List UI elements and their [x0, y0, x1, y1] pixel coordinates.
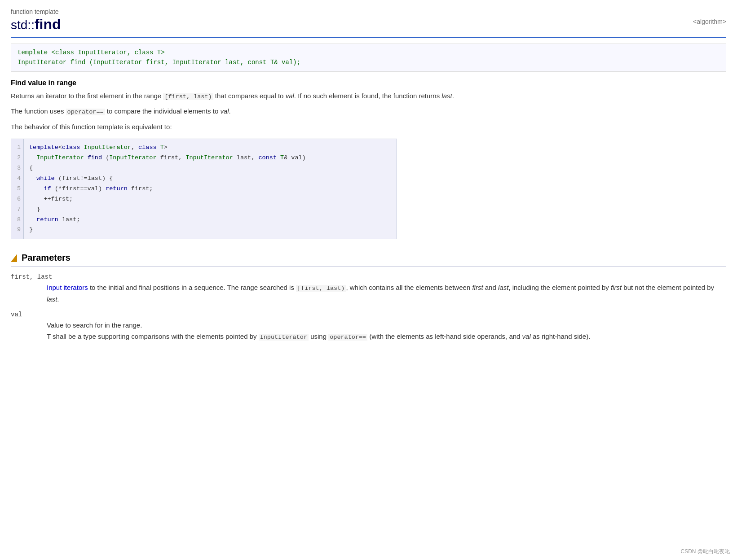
find-section-title: Find value in range [11, 79, 726, 87]
title-prefix: std:: [11, 18, 35, 32]
section-triangle-icon [11, 254, 17, 262]
code-content: template<class InputIterator, class T> I… [24, 139, 311, 239]
line-numbers: 1 2 3 4 5 6 7 8 9 [11, 139, 24, 239]
desc-para2: The function uses operator== to compare … [11, 106, 726, 117]
code-block: 1 2 3 4 5 6 7 8 9 template<class InputIt… [11, 139, 397, 239]
parameters-title: Parameters [22, 253, 71, 263]
desc-para1: Returns an iterator to the first element… [11, 91, 726, 102]
last-em: last [441, 92, 452, 100]
param-first-last: first, last Input iterators to the initi… [11, 273, 726, 305]
range-code: [first, last) [163, 93, 213, 100]
sig-line1: template <class InputIterator, class T> [18, 49, 165, 56]
param-name-val: val [11, 311, 726, 318]
input-iterator-code: InputIterator [259, 334, 309, 341]
param-desc-val: Value to search for in the range. T shal… [47, 320, 726, 342]
parameters-divider [11, 267, 726, 267]
title-block: function template std::find [11, 8, 61, 35]
param-name-first-last: first, last [11, 273, 726, 280]
function-type-label: function template [11, 8, 61, 15]
operator-code: operator== [66, 109, 105, 115]
param-desc-first-last: Input iterators to the initial and final… [47, 282, 726, 305]
header-divider [11, 37, 726, 38]
range-code2: [first, last) [296, 285, 346, 292]
page-header: function template std::find <algorithm> [11, 8, 726, 35]
val-desc-line1: Value to search for in the range. [47, 320, 726, 331]
parameters-section: Parameters first, last Input iterators t… [11, 253, 726, 342]
page-title: std::find [11, 16, 61, 33]
operator-eq-code: operator== [328, 334, 367, 341]
description-block: Returns an iterator to the first element… [11, 91, 726, 132]
desc-para3: The behavior of this function template i… [11, 122, 726, 132]
sig-line2: InputIterator find (InputIterator first,… [18, 59, 300, 66]
input-iterators-link[interactable]: Input iterators [47, 284, 88, 291]
algorithm-ref: <algorithm> [693, 18, 726, 25]
val-desc-line2: T shall be a type supporting comparisons… [47, 331, 726, 342]
param-val: val Value to search for in the range. T … [11, 311, 726, 342]
function-signature: template <class InputIterator, class T> … [11, 44, 726, 72]
val-em2: val [220, 107, 229, 115]
val-em: val [286, 92, 294, 100]
parameters-header: Parameters [11, 253, 726, 263]
title-main: find [35, 16, 61, 32]
